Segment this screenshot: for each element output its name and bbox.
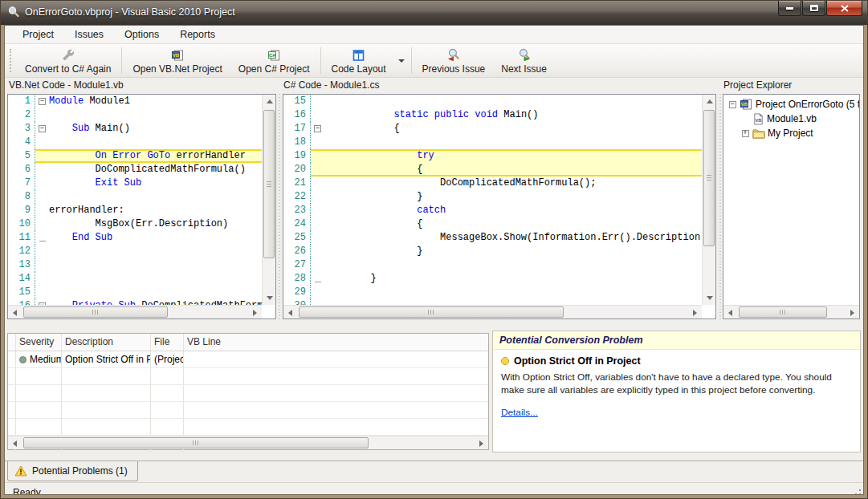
project-tree[interactable]: −VBProject OnErrorGoto (5 files)VBModule…	[723, 95, 859, 305]
scroll-thumb[interactable]	[299, 306, 564, 318]
line-number: 26	[283, 245, 311, 258]
tree-node-project-onerrorgoto-5-files-[interactable]: −VBProject OnErrorGoto (5 files)	[726, 97, 859, 112]
cs-code-line: 19 try	[283, 149, 702, 163]
toolbar-grip[interactable]	[10, 49, 15, 72]
code-text: {	[324, 217, 702, 231]
severity-cell: Medium	[16, 351, 62, 367]
cs-horizontal-scrollbar[interactable]	[283, 305, 702, 318]
scroll-up-button[interactable]	[263, 95, 276, 108]
toolbar-button-convert-to-c-again[interactable]: Convert to C# Again	[17, 44, 119, 77]
vb-horizontal-scrollbar[interactable]	[8, 305, 262, 318]
explorer-horizontal-scrollbar[interactable]	[723, 305, 859, 318]
expander-box[interactable]: −	[729, 101, 736, 108]
empty-cell	[184, 385, 488, 401]
menu-item-project[interactable]: Project	[14, 26, 62, 43]
tab-potential-problems[interactable]: Potential Problems (1)	[7, 461, 138, 481]
cs-vertical-scrollbar[interactable]	[702, 95, 715, 305]
project-explorer[interactable]: −VBProject OnErrorGoto (5 files)VBModule…	[723, 94, 860, 319]
scroll-down-button[interactable]	[703, 291, 716, 305]
toolbar-button-next-issue[interactable]: Next Issue	[493, 44, 555, 77]
code-band: Exit Sub	[35, 176, 262, 190]
issues-horizontal-scrollbar[interactable]	[8, 436, 488, 449]
expander-box[interactable]: +	[742, 130, 749, 137]
cs-code-line: 30	[283, 299, 702, 305]
scroll-thumb[interactable]	[23, 437, 369, 448]
toolbar-button-open-vb-net-project[interactable]: VBOpen VB.Net Project	[124, 44, 230, 77]
issue-row[interactable]: MediumOption Strict Off in Project(Proje…	[8, 351, 488, 368]
maximize-button[interactable]	[802, 1, 825, 16]
tree-node-label: My Project	[768, 128, 813, 139]
column-header-description[interactable]: Description	[62, 334, 151, 351]
vb-project-icon: VB	[171, 47, 185, 63]
vb-vertical-scrollbar[interactable]	[262, 95, 275, 305]
fold-margin	[311, 272, 324, 286]
svg-text:C#: C#	[269, 52, 275, 58]
toolbar-button-code-layout[interactable]: Code Layout	[324, 44, 394, 77]
code-band: MessageBox.Show(Information.Err().Descri…	[311, 231, 702, 245]
line-number: 5	[8, 149, 35, 163]
scroll-right-button[interactable]	[248, 306, 262, 319]
code-band: MsgBox(Err.Description)	[35, 217, 262, 231]
collapse-icon[interactable]: −	[726, 101, 739, 108]
scroll-right-button[interactable]	[688, 306, 702, 319]
scroll-left-button[interactable]	[8, 306, 22, 319]
column-header-severity[interactable]: Severity	[16, 334, 62, 351]
scroll-right-button[interactable]	[846, 306, 859, 319]
scroll-left-button[interactable]	[723, 306, 737, 319]
resize-grip[interactable]	[851, 489, 862, 495]
cs-code-line: 27	[283, 258, 702, 272]
fold-margin	[35, 149, 49, 163]
collapse-icon[interactable]: −	[39, 98, 46, 105]
scroll-left-button[interactable]	[8, 436, 22, 450]
menu-item-options[interactable]: Options	[116, 26, 167, 43]
code-text: MsgBox(Err.Description)	[49, 217, 262, 231]
tree-node-my-project[interactable]: +My Project	[726, 126, 859, 140]
line-number: 27	[283, 258, 311, 272]
vb-cs-splitter[interactable]	[277, 94, 282, 319]
issues-grid[interactable]: SeverityDescriptionFileVB Line MediumOpt…	[7, 333, 489, 450]
code-layout-dropdown[interactable]	[394, 44, 409, 77]
minimize-button[interactable]	[778, 1, 801, 16]
tree-node-module1-vb[interactable]: VBModule1.vb	[726, 112, 859, 126]
vb-code-editor[interactable]: 1−Module Module123− Sub Main()45 On Erro…	[7, 94, 276, 319]
toolbar-button-previous-issue[interactable]: Previous Issue	[414, 44, 494, 77]
collapse-icon[interactable]: −	[39, 125, 46, 132]
details-panel: Potential Conversion Problem Option Stri…	[492, 331, 861, 452]
vb-code-line: 11 End Sub	[8, 231, 262, 245]
collapse-icon[interactable]: −	[314, 125, 321, 132]
vb-code-view[interactable]: 1−Module Module123− Sub Main()45 On Erro…	[8, 95, 262, 305]
line-number: 6	[8, 163, 35, 176]
close-button[interactable]	[826, 1, 862, 16]
menu-item-issues[interactable]: Issues	[67, 26, 112, 43]
app-window: OnErrorGoto.vbproj - Visual Basic 2010 P…	[0, 0, 868, 499]
line-number: 7	[8, 176, 35, 190]
empty-cell	[62, 402, 151, 418]
code-band: }	[311, 272, 702, 286]
expand-icon[interactable]: +	[739, 130, 752, 137]
scroll-left-button[interactable]	[283, 306, 297, 319]
empty-row	[8, 385, 488, 402]
toolbar-button-open-c-project[interactable]: C#Open C# Project	[230, 44, 318, 77]
line-number: 29	[283, 286, 311, 299]
details-header: Potential Conversion Problem	[493, 331, 860, 350]
cs-code-line: 22 }	[283, 190, 702, 204]
line-number: 15	[283, 95, 311, 108]
scroll-thumb[interactable]	[23, 306, 168, 318]
scroll-thumb[interactable]	[703, 110, 715, 246]
details-link[interactable]: Details...	[501, 407, 538, 418]
scroll-down-button[interactable]	[263, 291, 276, 305]
column-header-vb-line[interactable]: VB Line	[184, 334, 488, 351]
close-icon	[841, 5, 849, 12]
cs-code-editor[interactable]: 1516 static public void Main()17− {1819 …	[283, 94, 716, 319]
cs-code-view[interactable]: 1516 static public void Main()17− {1819 …	[283, 95, 702, 305]
scroll-up-button[interactable]	[703, 95, 716, 108]
scroll-thumb[interactable]	[263, 110, 275, 258]
column-header-file[interactable]: File	[151, 334, 184, 351]
menu-item-reports[interactable]: Reports	[172, 26, 223, 43]
empty-cell	[16, 402, 62, 418]
scroll-right-button[interactable]	[475, 436, 488, 450]
line-number: 30	[283, 299, 311, 305]
scroll-thumb[interactable]	[739, 306, 827, 318]
title-bar[interactable]: OnErrorGoto.vbproj - Visual Basic 2010 P…	[1, 1, 867, 25]
row-indicator-column	[8, 334, 16, 351]
